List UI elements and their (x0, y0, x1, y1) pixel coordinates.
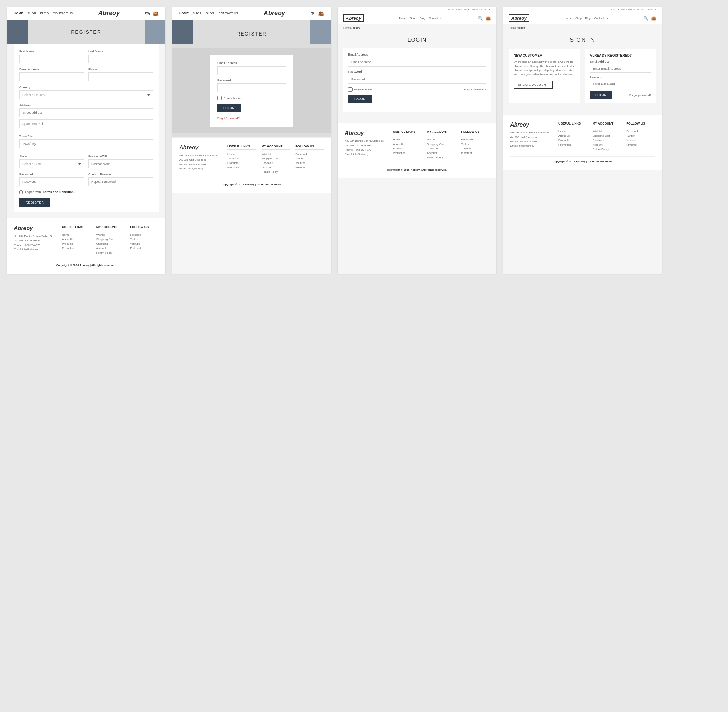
si-footer-follow-us: FOLLOW US FacebookTwitterYoutubePinteres… (626, 122, 655, 152)
cart-icon[interactable]: 🛍 (145, 11, 150, 16)
list-item: Shopping Cart (427, 142, 456, 145)
si-brand-logo: Abreoy (509, 15, 529, 22)
lm-nav-home[interactable]: HOME (179, 12, 189, 15)
create-account-button[interactable]: CREATE ACCOUNT (513, 81, 553, 89)
sl-nav-home[interactable]: Home (399, 16, 406, 20)
list-item: Home (558, 130, 587, 133)
bag-icon[interactable]: 👜 (153, 11, 158, 16)
brand-logo: Abreoy (98, 10, 120, 17)
sl-nav-shop[interactable]: Shop (410, 16, 416, 20)
si-forgot-link[interactable]: Forgot password? (629, 93, 651, 96)
lm-password-input[interactable] (217, 83, 286, 92)
breadcrumb-home-link[interactable]: Home (343, 26, 351, 29)
sl-login-button[interactable]: LOGIN (348, 95, 372, 104)
lm-bag-icon[interactable]: 👜 (318, 11, 324, 16)
confirm-input[interactable] (88, 177, 153, 186)
list-item: Promotion (393, 151, 422, 154)
list-item: Home (228, 153, 256, 156)
sl-remember-checkbox[interactable] (348, 87, 353, 92)
town-label: Town/City (19, 135, 153, 138)
password-input[interactable] (19, 177, 84, 186)
first-name-input[interactable] (19, 55, 84, 64)
list-item: About Us (393, 142, 422, 145)
si-nav-contact[interactable]: Contact Us (594, 16, 608, 20)
town-input[interactable] (19, 139, 153, 148)
sl-remember-left: Remember me (348, 87, 372, 92)
lm-header-icons: 🛍 👜 (311, 11, 324, 16)
lm-login-button[interactable]: LOGIN (217, 104, 241, 112)
sl-password-input[interactable] (348, 75, 486, 84)
list-item: Twitter (295, 157, 324, 160)
si-nav-home[interactable]: Home (565, 16, 572, 20)
sl-remember-label: Remember me (354, 88, 372, 91)
si-bag-icon[interactable]: 👜 (651, 16, 656, 21)
last-name-input[interactable] (88, 55, 153, 64)
list-item: Products (393, 147, 422, 150)
lm-email-input[interactable] (217, 66, 286, 75)
sl-search-icon[interactable]: 🔍 (478, 16, 483, 21)
si-search-icon[interactable]: 🔍 (643, 16, 648, 21)
sl-nav-blog[interactable]: Blog (420, 16, 425, 20)
last-name-label: Last Name (88, 50, 153, 53)
apt-input[interactable] (19, 119, 153, 128)
nav-contact[interactable]: CONTACT US (53, 12, 73, 15)
si-password-input[interactable] (590, 80, 651, 88)
country-select[interactable]: Select a Country (19, 90, 153, 99)
list-item: Promotion (228, 166, 256, 169)
list-item: Shopping Cart (96, 238, 125, 241)
si-footer: Abreoy No. 234 Bonito Bonita Suited St. … (503, 114, 662, 170)
list-item: Checkout (593, 139, 621, 142)
si-email-label: Email Address (590, 60, 651, 64)
si-breadcrumb-home-link[interactable]: Home (509, 26, 516, 29)
nav-blog[interactable]: BLOG (40, 12, 49, 15)
state-label: State (19, 154, 84, 158)
nav-home[interactable]: HOME (14, 12, 23, 15)
street-input[interactable] (19, 108, 153, 117)
terms-checkbox[interactable] (19, 190, 23, 194)
header-icons: 🛍 👜 (145, 11, 158, 16)
list-item: Youtube (626, 139, 655, 142)
state-select[interactable]: Select a State (19, 159, 84, 168)
si-email-group: Email Address (590, 60, 651, 73)
signin-page: USD ▼ ENGLISH ▼ MY ACCOUNT ▼ Abreoy Home… (503, 7, 662, 274)
phone-input[interactable] (88, 73, 153, 82)
terms-text: I agree with (25, 190, 41, 194)
si-footer-address: No. 234 Bonito Bonita Suited St. Av. 236… (510, 131, 553, 148)
sl-footer-follow-us: FOLLOW US FacebookTwitterYoutubePinteres… (461, 130, 490, 160)
register-button[interactable]: REGISTER (19, 198, 50, 207)
footer-brand-col: Abreoy No. 234 Bonito Bonita Suited St. … (14, 225, 56, 256)
si-nav-shop[interactable]: Shop (575, 16, 582, 20)
sl-nav-contact[interactable]: Contact Us (429, 16, 442, 20)
sl-email-input[interactable] (348, 58, 486, 67)
sl-footer-address: No. 224 Bonito Bonita Suited St. Av. 236… (345, 139, 388, 157)
site-header: HOME SHOP BLOG CONTACT US Abreoy 🛍 👜 (7, 7, 166, 20)
list-item: About Us (62, 238, 91, 241)
login-modal-card: Email Address Password Remember me LOGIN… (210, 55, 293, 127)
lm-nav-blog[interactable]: BLOG (206, 12, 215, 15)
lm-remember-checkbox[interactable] (217, 96, 222, 100)
si-login-button[interactable]: LOGIN (590, 91, 612, 99)
signin-title: SIGN IN (509, 37, 656, 43)
list-item: Pinterest (130, 247, 158, 250)
lm-cart-icon[interactable]: 🛍 (311, 11, 315, 16)
small-header: Abreoy Home Shop Blog Contact Us 🔍 👜 (338, 12, 496, 24)
lm-nav-shop[interactable]: SHOP (193, 12, 202, 15)
sl-bag-icon[interactable]: 👜 (486, 16, 491, 21)
lm-footer-brand: Abreoy (179, 145, 222, 151)
si-nav-blog[interactable]: Blog (585, 16, 591, 20)
terms-link[interactable]: Terms and Condition (43, 190, 74, 194)
lm-forgot-link[interactable]: Forgot Password? (217, 117, 240, 120)
nav-shop[interactable]: SHOP (27, 12, 36, 15)
hero-banner: REGISTER (7, 20, 166, 44)
postcode-input[interactable] (88, 159, 153, 168)
si-nav: Home Shop Blog Contact Us (565, 16, 608, 20)
lm-nav-contact[interactable]: CONTACT US (219, 12, 238, 15)
email-input[interactable] (19, 73, 84, 82)
list-item: Return Policy (593, 148, 621, 151)
sl-forgot-link[interactable]: Forgot password? (464, 88, 486, 91)
list-item: Twitter (130, 238, 158, 241)
si-email-input[interactable] (590, 65, 651, 73)
lm-footer: Abreoy No. 234 Bonito Bonita Suited St. … (172, 137, 331, 193)
sl-email-group: Email Address (348, 53, 486, 67)
list-item: Account (593, 143, 621, 146)
